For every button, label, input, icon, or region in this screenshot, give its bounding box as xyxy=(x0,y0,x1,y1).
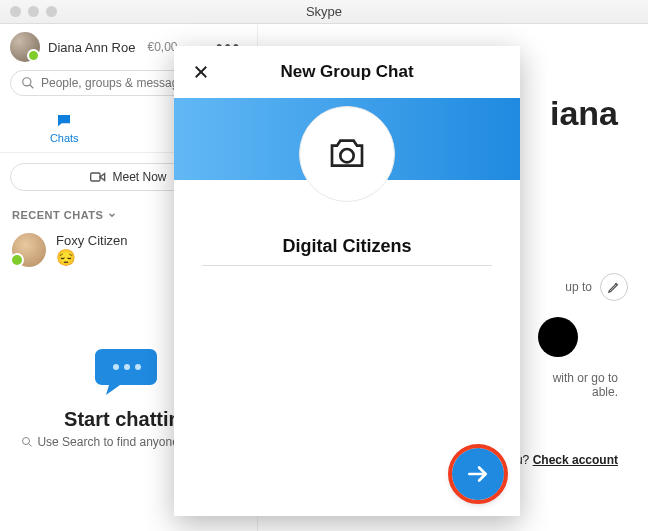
arrow-right-icon xyxy=(465,461,491,487)
svg-rect-2 xyxy=(91,173,100,181)
user-avatar[interactable] xyxy=(10,32,40,62)
dark-circle-button[interactable] xyxy=(538,317,578,357)
window-controls[interactable] xyxy=(10,6,57,17)
check-account-link[interactable]: Check account xyxy=(533,453,618,467)
recent-chats-label: RECENT CHATS xyxy=(12,209,103,221)
video-icon xyxy=(90,171,106,183)
svg-line-1 xyxy=(30,85,34,89)
user-name[interactable]: Diana Ann Roe xyxy=(48,40,135,55)
next-button[interactable] xyxy=(452,448,504,500)
window-title: Skype xyxy=(306,4,342,19)
svg-line-7 xyxy=(29,444,32,447)
new-group-chat-modal: New Group Chat xyxy=(174,46,520,516)
svg-point-3 xyxy=(113,364,119,370)
svg-point-10 xyxy=(340,149,353,162)
group-name-input[interactable] xyxy=(202,228,492,266)
edit-button[interactable] xyxy=(600,273,628,301)
modal-banner xyxy=(174,98,520,180)
close-icon[interactable] xyxy=(192,63,210,81)
search-icon xyxy=(21,76,35,90)
chevron-down-icon xyxy=(107,210,117,220)
group-photo-button[interactable] xyxy=(299,106,395,202)
contact-avatar xyxy=(12,233,46,267)
camera-icon xyxy=(327,137,367,171)
chats-icon xyxy=(54,112,74,130)
search-icon xyxy=(21,436,33,448)
window-titlebar: Skype xyxy=(0,0,648,24)
chat-bubble-icon xyxy=(94,343,164,398)
status-row: up to xyxy=(565,273,648,301)
maximize-window-dot[interactable] xyxy=(46,6,57,17)
meet-now-label: Meet Now xyxy=(112,170,166,184)
share-text: with or go toable. xyxy=(553,371,648,399)
tab-chats-label: Chats xyxy=(50,132,79,144)
svg-point-6 xyxy=(23,438,30,445)
svg-point-5 xyxy=(135,364,141,370)
minimize-window-dot[interactable] xyxy=(28,6,39,17)
svg-point-0 xyxy=(23,78,31,86)
greeting-text: iana xyxy=(550,94,648,133)
pencil-icon xyxy=(607,280,621,294)
tab-chats[interactable]: Chats xyxy=(0,108,129,148)
user-balance[interactable]: €0,00 xyxy=(147,40,177,54)
close-window-dot[interactable] xyxy=(10,6,21,17)
svg-point-4 xyxy=(124,364,130,370)
modal-title: New Group Chat xyxy=(210,62,484,82)
